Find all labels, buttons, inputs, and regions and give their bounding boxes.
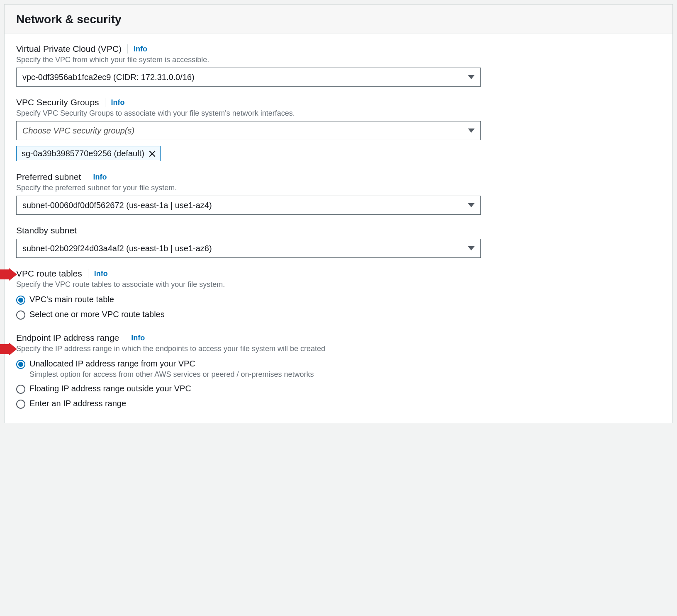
route-tables-label: VPC route tables (16, 269, 82, 279)
route-tables-option-main[interactable]: VPC's main route table (16, 292, 661, 307)
chevron-down-icon (468, 75, 475, 79)
network-security-panel: Network & security Virtual Private Cloud… (4, 4, 673, 423)
annotation-arrow-icon (0, 262, 17, 281)
preferred-subnet-helper: Specify the preferred subnet for your fi… (16, 184, 661, 192)
radio-label: Enter an IP address range (29, 399, 126, 408)
panel-body: Virtual Private Cloud (VPC) Info Specify… (5, 34, 672, 423)
route-tables-option-select[interactable]: Select one or more VPC route tables (16, 307, 661, 322)
divider (125, 333, 125, 342)
sg-tag[interactable]: sg-0a39b3985770e9256 (default) (16, 146, 161, 161)
radio-icon (16, 400, 25, 409)
preferred-subnet-info-link[interactable]: Info (93, 173, 107, 182)
sg-helper: Specify VPC Security Groups to associate… (16, 109, 661, 118)
divider (88, 269, 88, 278)
annotation-arrow-icon (0, 337, 17, 356)
standby-subnet-select[interactable]: subnet-02b029f24d03a4af2 (us-east-1b | u… (16, 239, 481, 258)
endpoint-option-unallocated[interactable]: Unallocated IP address range from your V… (16, 357, 661, 381)
security-groups-field: VPC Security Groups Info Specify VPC Sec… (16, 97, 661, 161)
sg-info-link[interactable]: Info (111, 98, 125, 107)
endpoint-range-field: Endpoint IP address range Info Specify t… (16, 333, 661, 411)
chevron-down-icon (468, 129, 475, 133)
route-tables-helper: Specify the VPC route tables to associat… (16, 280, 661, 289)
radio-icon (16, 296, 25, 305)
radio-label: VPC's main route table (29, 295, 114, 304)
endpoint-option-enter[interactable]: Enter an IP address range (16, 396, 661, 411)
preferred-subnet-select[interactable]: subnet-00060df0d0f562672 (us-east-1a | u… (16, 196, 481, 215)
endpoint-range-label: Endpoint IP address range (16, 333, 119, 343)
sg-select[interactable]: Choose VPC security group(s) (16, 121, 481, 140)
sg-label: VPC Security Groups (16, 97, 99, 107)
route-tables-radio-group: VPC's main route table Select one or mor… (16, 292, 661, 322)
chevron-down-icon (468, 246, 475, 250)
preferred-subnet-value: subnet-00060df0d0f562672 (us-east-1a | u… (22, 201, 212, 210)
endpoint-range-info-link[interactable]: Info (131, 334, 145, 342)
radio-label: Floating IP address range outside your V… (29, 384, 191, 393)
route-tables-field: VPC route tables Info Specify the VPC ro… (16, 269, 661, 322)
panel-header: Network & security (5, 5, 672, 34)
sg-placeholder: Choose VPC security group(s) (22, 126, 134, 136)
endpoint-option-floating[interactable]: Floating IP address range outside your V… (16, 381, 661, 396)
svg-marker-1 (0, 342, 17, 356)
route-tables-info-link[interactable]: Info (94, 269, 108, 278)
standby-subnet-label: Standby subnet (16, 226, 77, 235)
vpc-select[interactable]: vpc-0df3956ab1fca2ec9 (CIDR: 172.31.0.0/… (16, 68, 481, 87)
radio-icon (16, 360, 25, 369)
preferred-subnet-label: Preferred subnet (16, 172, 81, 182)
chevron-down-icon (468, 203, 475, 207)
preferred-subnet-field: Preferred subnet Info Specify the prefer… (16, 172, 661, 215)
endpoint-range-radio-group: Unallocated IP address range from your V… (16, 357, 661, 411)
radio-label: Unallocated IP address range from your V… (29, 359, 314, 369)
sg-tag-label: sg-0a39b3985770e9256 (default) (22, 149, 144, 158)
panel-title: Network & security (16, 13, 661, 26)
svg-marker-0 (0, 268, 17, 281)
close-icon[interactable] (149, 150, 156, 158)
standby-subnet-field: Standby subnet subnet-02b029f24d03a4af2 … (16, 226, 661, 258)
radio-sublabel: Simplest option for access from other AW… (29, 370, 314, 379)
vpc-info-link[interactable]: Info (134, 45, 147, 53)
vpc-field: Virtual Private Cloud (VPC) Info Specify… (16, 44, 661, 87)
standby-subnet-value: subnet-02b029f24d03a4af2 (us-east-1b | u… (22, 244, 212, 253)
radio-icon (16, 385, 25, 394)
divider (105, 98, 105, 107)
vpc-select-value: vpc-0df3956ab1fca2ec9 (CIDR: 172.31.0.0/… (22, 73, 195, 82)
radio-icon (16, 310, 25, 320)
endpoint-range-helper: Specify the IP address range in which th… (16, 344, 661, 353)
divider (87, 172, 87, 182)
divider (127, 44, 128, 53)
radio-label: Select one or more VPC route tables (29, 310, 165, 319)
vpc-label: Virtual Private Cloud (VPC) (16, 44, 122, 54)
vpc-helper: Specify the VPC from which your file sys… (16, 56, 661, 64)
